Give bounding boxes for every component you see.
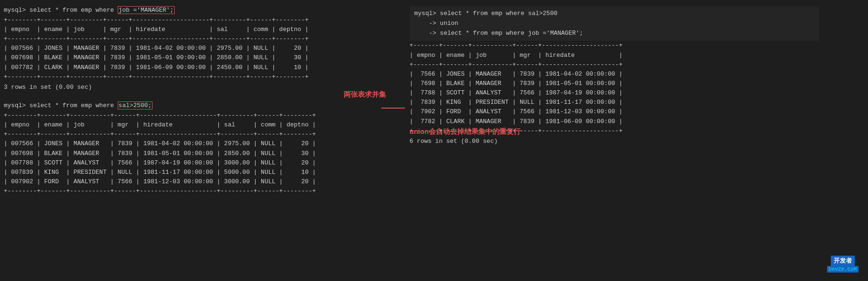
query2-top-border: +--------+-------+-----------+------+---…	[4, 111, 401, 120]
right-query-block: mysql> select * from emp where sal>2500 …	[410, 6, 819, 41]
right-row-2: | 7788 | SCOTT | ANALYST | 7566 | 1987-0…	[410, 88, 861, 98]
right-row-5: | 7782 | CLARK | MANAGER | 7839 | 1981-0…	[410, 117, 861, 126]
union-label-annotation: 两张表求并集	[344, 90, 386, 99]
right-row-1: | 7698 | BLAKE | MANAGER | 7839 | 1981-0…	[410, 79, 861, 88]
right-query-line3: -> select * from emp where job ='MANAGER…	[414, 29, 814, 39]
query2-block: mysql> select * from emp where sal>2500;…	[0, 99, 405, 198]
query2-sep: +--------+-------+-----------+------+---…	[4, 130, 401, 139]
right-wrapper: mysql> select * from emp where sal>2500 …	[405, 0, 868, 281]
right-panel: mysql> select * from emp where sal>2500 …	[405, 0, 868, 150]
query2-prompt: mysql> select * from emp where sal>2500;	[4, 101, 401, 111]
right-rows-info: 6 rows in set (0.00 sec)	[410, 136, 861, 147]
query1-header: | empno | ename | job | mgr | hiredate |…	[4, 25, 401, 34]
query1-footer-border: +--------+-------+---------+------+-----…	[4, 72, 401, 82]
query1-row-0: | 007566 | JONES | MANAGER | 7839 | 1981…	[4, 44, 401, 53]
devze-badge: 开发者 DevZe.CoM	[827, 256, 859, 273]
query1-block: mysql> select * from emp where job ='MAN…	[0, 4, 405, 94]
query1-top-border: +--------+-------+---------+------+-----…	[4, 16, 401, 25]
union-desc-annotation: union会自动去掉结果集中的重复行	[410, 127, 521, 136]
query1-sep: +--------+-------+---------+------+-----…	[4, 34, 401, 44]
query1-rows-info: 3 rows in set (0.00 sec)	[4, 82, 401, 93]
right-sep: +-------+-------+-----------+------+----…	[410, 60, 861, 70]
right-query-line1: mysql> select * from emp where sal>2500	[414, 9, 814, 19]
query1-row-2: | 007782 | CLARK | MANAGER | 7839 | 1981…	[4, 63, 401, 72]
right-top-border: +-------+-------+-----------+------+----…	[410, 41, 861, 50]
right-query-line2: -> union	[414, 19, 814, 29]
query2-prompt-text: mysql> select * from emp where	[4, 102, 118, 109]
query2-row-4: | 007902 | FORD | ANALYST | 7566 | 1981-…	[4, 177, 401, 187]
right-header: | empno | ename | job | mgr | hiredate |	[410, 51, 861, 60]
left-panel: mysql> select * from emp where job ='MAN…	[0, 0, 405, 281]
right-row-3: | 7839 | KING | PRESIDENT | NULL | 1981-…	[410, 98, 861, 107]
devze-top-text: 开发者	[831, 256, 855, 266]
query1-row-1: | 007698 | BLAKE | MANAGER | 7839 | 1981…	[4, 53, 401, 62]
query2-header: | empno | ename | job | mgr | hiredate |…	[4, 120, 401, 130]
right-row-0: | 7566 | JONES | MANAGER | 7839 | 1981-0…	[410, 70, 861, 79]
right-row-4: | 7902 | FORD | ANALYST | 7566 | 1981-12…	[410, 107, 861, 117]
query1-prompt: mysql> select * from emp where job ='MAN…	[4, 6, 401, 16]
query2-row-3: | 007839 | KING | PRESIDENT | NULL | 198…	[4, 168, 401, 177]
query2-row-1: | 007698 | BLAKE | MANAGER | 7839 | 1981…	[4, 149, 401, 158]
devze-bottom-text: DevZe.CoM	[827, 266, 859, 273]
query2-row-0: | 007566 | JONES | MANAGER | 7839 | 1981…	[4, 139, 401, 148]
query1-highlight: job ='MANAGER';	[118, 6, 175, 14]
query2-row-2: | 007788 | SCOTT | ANALYST | 7566 | 1987…	[4, 158, 401, 168]
query2-highlight: sal>2500;	[118, 101, 153, 109]
query1-prompt-text: mysql> select * from emp where	[4, 7, 118, 14]
query2-footer-border: +--------+-------+-----------+------+---…	[4, 187, 401, 196]
